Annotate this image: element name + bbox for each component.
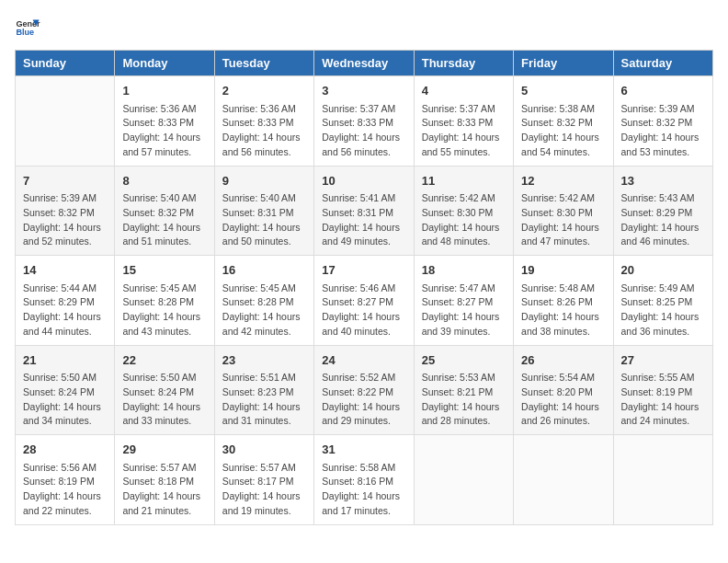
- calendar-cell: 30Sunrise: 5:57 AM Sunset: 8:17 PM Dayli…: [214, 435, 313, 525]
- day-header-saturday: Saturday: [613, 51, 712, 76]
- day-info: Sunrise: 5:40 AM Sunset: 8:31 PM Dayligh…: [222, 191, 306, 249]
- day-number: 15: [122, 261, 206, 280]
- calendar-cell: 27Sunrise: 5:55 AM Sunset: 8:19 PM Dayli…: [613, 345, 712, 435]
- day-number: 25: [422, 351, 506, 370]
- day-info: Sunrise: 5:52 AM Sunset: 8:22 PM Dayligh…: [322, 371, 405, 429]
- day-header-sunday: Sunday: [16, 51, 115, 76]
- day-info: Sunrise: 5:40 AM Sunset: 8:32 PM Dayligh…: [122, 191, 206, 249]
- calendar-cell: 31Sunrise: 5:58 AM Sunset: 8:16 PM Dayli…: [314, 435, 414, 525]
- day-number: 16: [222, 261, 306, 280]
- day-info: Sunrise: 5:36 AM Sunset: 8:33 PM Dayligh…: [122, 102, 206, 160]
- day-number: 26: [521, 351, 605, 370]
- day-info: Sunrise: 5:41 AM Sunset: 8:31 PM Dayligh…: [322, 191, 405, 249]
- calendar-cell: 29Sunrise: 5:57 AM Sunset: 8:18 PM Dayli…: [115, 435, 214, 525]
- day-number: 20: [621, 261, 705, 280]
- week-row-1: 1Sunrise: 5:36 AM Sunset: 8:33 PM Daylig…: [16, 76, 713, 167]
- day-number: 8: [122, 172, 206, 190]
- calendar-cell: 12Sunrise: 5:42 AM Sunset: 8:30 PM Dayli…: [514, 166, 613, 256]
- day-number: 28: [23, 441, 107, 459]
- week-row-4: 21Sunrise: 5:50 AM Sunset: 8:24 PM Dayli…: [16, 345, 713, 435]
- days-header-row: SundayMondayTuesdayWednesdayThursdayFrid…: [16, 51, 713, 76]
- day-header-thursday: Thursday: [414, 51, 513, 76]
- day-number: 23: [222, 351, 306, 370]
- day-number: 19: [521, 261, 605, 280]
- day-number: 7: [23, 172, 107, 190]
- calendar-cell: 6Sunrise: 5:39 AM Sunset: 8:32 PM Daylig…: [613, 76, 712, 167]
- calendar-cell: 19Sunrise: 5:48 AM Sunset: 8:26 PM Dayli…: [514, 256, 613, 346]
- day-number: 12: [521, 172, 605, 190]
- day-info: Sunrise: 5:45 AM Sunset: 8:28 PM Dayligh…: [222, 282, 306, 339]
- calendar-cell: 22Sunrise: 5:50 AM Sunset: 8:24 PM Dayli…: [115, 345, 214, 435]
- calendar-cell: 8Sunrise: 5:40 AM Sunset: 8:32 PM Daylig…: [115, 166, 214, 256]
- day-number: 1: [122, 82, 206, 100]
- day-info: Sunrise: 5:50 AM Sunset: 8:24 PM Dayligh…: [122, 371, 206, 429]
- day-info: Sunrise: 5:37 AM Sunset: 8:33 PM Dayligh…: [322, 102, 405, 160]
- calendar-cell: 7Sunrise: 5:39 AM Sunset: 8:32 PM Daylig…: [16, 166, 115, 256]
- day-info: Sunrise: 5:49 AM Sunset: 8:25 PM Dayligh…: [621, 282, 705, 339]
- day-number: 4: [422, 82, 506, 100]
- calendar-cell: 23Sunrise: 5:51 AM Sunset: 8:23 PM Dayli…: [214, 345, 313, 435]
- day-info: Sunrise: 5:45 AM Sunset: 8:28 PM Dayligh…: [122, 282, 206, 339]
- day-header-monday: Monday: [115, 51, 214, 76]
- calendar-cell: 25Sunrise: 5:53 AM Sunset: 8:21 PM Dayli…: [414, 345, 513, 435]
- calendar-cell: 15Sunrise: 5:45 AM Sunset: 8:28 PM Dayli…: [115, 256, 214, 346]
- calendar-cell: 1Sunrise: 5:36 AM Sunset: 8:33 PM Daylig…: [115, 76, 214, 167]
- day-number: 21: [23, 351, 107, 370]
- calendar-cell: 9Sunrise: 5:40 AM Sunset: 8:31 PM Daylig…: [214, 166, 313, 256]
- day-number: 27: [621, 351, 705, 370]
- day-header-tuesday: Tuesday: [214, 51, 313, 76]
- day-number: 10: [322, 172, 405, 190]
- day-info: Sunrise: 5:46 AM Sunset: 8:27 PM Dayligh…: [322, 282, 405, 339]
- day-info: Sunrise: 5:57 AM Sunset: 8:18 PM Dayligh…: [122, 461, 206, 519]
- calendar-cell: 17Sunrise: 5:46 AM Sunset: 8:27 PM Dayli…: [314, 256, 414, 346]
- day-info: Sunrise: 5:53 AM Sunset: 8:21 PM Dayligh…: [422, 371, 506, 429]
- day-info: Sunrise: 5:56 AM Sunset: 8:19 PM Dayligh…: [23, 461, 107, 519]
- day-info: Sunrise: 5:38 AM Sunset: 8:32 PM Dayligh…: [521, 102, 605, 160]
- day-info: Sunrise: 5:54 AM Sunset: 8:20 PM Dayligh…: [521, 371, 605, 429]
- day-info: Sunrise: 5:42 AM Sunset: 8:30 PM Dayligh…: [521, 191, 605, 249]
- calendar-cell: [16, 76, 115, 167]
- day-number: 14: [23, 261, 107, 280]
- day-info: Sunrise: 5:48 AM Sunset: 8:26 PM Dayligh…: [521, 282, 605, 339]
- week-row-2: 7Sunrise: 5:39 AM Sunset: 8:32 PM Daylig…: [16, 166, 713, 256]
- day-header-friday: Friday: [514, 51, 613, 76]
- day-number: 2: [222, 82, 306, 100]
- calendar-cell: 5Sunrise: 5:38 AM Sunset: 8:32 PM Daylig…: [514, 76, 613, 167]
- day-info: Sunrise: 5:36 AM Sunset: 8:33 PM Dayligh…: [222, 102, 306, 160]
- day-number: 3: [322, 82, 405, 100]
- day-number: 30: [222, 441, 306, 459]
- calendar-table: SundayMondayTuesdayWednesdayThursdayFrid…: [15, 50, 713, 525]
- calendar-cell: 2Sunrise: 5:36 AM Sunset: 8:33 PM Daylig…: [214, 76, 313, 167]
- day-number: 22: [122, 351, 206, 370]
- day-info: Sunrise: 5:39 AM Sunset: 8:32 PM Dayligh…: [23, 191, 107, 249]
- day-info: Sunrise: 5:51 AM Sunset: 8:23 PM Dayligh…: [222, 371, 306, 429]
- day-number: 24: [322, 351, 405, 370]
- calendar-cell: 10Sunrise: 5:41 AM Sunset: 8:31 PM Dayli…: [314, 166, 414, 256]
- logo: General Blue: [15, 15, 40, 40]
- day-number: 29: [122, 441, 206, 459]
- day-info: Sunrise: 5:39 AM Sunset: 8:32 PM Dayligh…: [621, 102, 705, 160]
- header: General Blue: [15, 15, 713, 40]
- day-info: Sunrise: 5:50 AM Sunset: 8:24 PM Dayligh…: [23, 371, 107, 429]
- day-number: 6: [621, 82, 705, 100]
- logo-icon: General Blue: [15, 15, 40, 40]
- calendar-cell: [414, 435, 513, 525]
- day-number: 31: [322, 441, 405, 459]
- week-row-3: 14Sunrise: 5:44 AM Sunset: 8:29 PM Dayli…: [16, 256, 713, 346]
- day-number: 18: [422, 261, 506, 280]
- calendar-cell: [613, 435, 712, 525]
- calendar-cell: 4Sunrise: 5:37 AM Sunset: 8:33 PM Daylig…: [414, 76, 513, 167]
- day-number: 11: [422, 172, 506, 190]
- day-info: Sunrise: 5:58 AM Sunset: 8:16 PM Dayligh…: [322, 461, 405, 519]
- day-number: 13: [621, 172, 705, 190]
- day-info: Sunrise: 5:55 AM Sunset: 8:19 PM Dayligh…: [621, 371, 705, 429]
- day-info: Sunrise: 5:43 AM Sunset: 8:29 PM Dayligh…: [621, 191, 705, 249]
- calendar-cell: 3Sunrise: 5:37 AM Sunset: 8:33 PM Daylig…: [314, 76, 414, 167]
- calendar-cell: 11Sunrise: 5:42 AM Sunset: 8:30 PM Dayli…: [414, 166, 513, 256]
- day-number: 5: [521, 82, 605, 100]
- calendar-cell: 14Sunrise: 5:44 AM Sunset: 8:29 PM Dayli…: [16, 256, 115, 346]
- day-info: Sunrise: 5:57 AM Sunset: 8:17 PM Dayligh…: [222, 461, 306, 519]
- calendar-cell: 18Sunrise: 5:47 AM Sunset: 8:27 PM Dayli…: [414, 256, 513, 346]
- calendar-cell: 20Sunrise: 5:49 AM Sunset: 8:25 PM Dayli…: [613, 256, 712, 346]
- week-row-5: 28Sunrise: 5:56 AM Sunset: 8:19 PM Dayli…: [16, 435, 713, 525]
